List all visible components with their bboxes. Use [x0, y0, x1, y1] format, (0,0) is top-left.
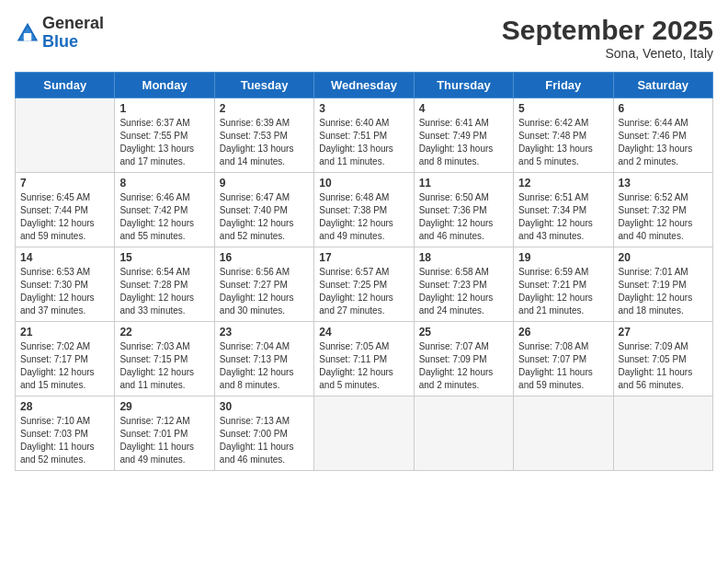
calendar-cell-w3-d6: 27Sunrise: 7:09 AMSunset: 7:05 PMDayligh…	[613, 322, 712, 396]
day-number: 17	[319, 251, 408, 264]
calendar-cell-w0-d5: 5Sunrise: 6:42 AMSunset: 7:48 PMDaylight…	[514, 98, 613, 173]
day-number: 10	[319, 177, 408, 190]
day-number: 15	[119, 251, 209, 264]
calendar-cell-w4-d3	[314, 396, 414, 471]
calendar-cell-w4-d0: 28Sunrise: 7:10 AMSunset: 7:03 PMDayligh…	[16, 396, 115, 471]
calendar-cell-w0-d1: 1Sunrise: 6:37 AMSunset: 7:55 PMDaylight…	[115, 98, 214, 173]
day-info: Sunrise: 7:03 AMSunset: 7:15 PMDaylight:…	[119, 340, 209, 392]
day-number: 11	[419, 177, 508, 190]
day-info: Sunrise: 6:50 AMSunset: 7:36 PMDaylight:…	[419, 191, 508, 243]
day-info: Sunrise: 7:09 AMSunset: 7:05 PMDaylight:…	[619, 340, 708, 392]
day-number: 3	[319, 102, 408, 115]
day-info: Sunrise: 6:52 AMSunset: 7:32 PMDaylight:…	[619, 191, 708, 243]
day-number: 30	[220, 400, 309, 413]
day-number: 26	[518, 326, 608, 339]
day-info: Sunrise: 6:58 AMSunset: 7:23 PMDaylight:…	[419, 266, 508, 317]
day-number: 2	[220, 102, 309, 115]
calendar-cell-w0-d3: 3Sunrise: 6:40 AMSunset: 7:51 PMDaylight…	[314, 98, 414, 173]
day-number: 9	[220, 177, 309, 190]
logo-text: General Blue	[42, 15, 104, 52]
svg-rect-2	[24, 33, 31, 40]
day-info: Sunrise: 6:57 AMSunset: 7:25 PMDaylight:…	[319, 266, 408, 317]
calendar-cell-w0-d2: 2Sunrise: 6:39 AMSunset: 7:53 PMDaylight…	[214, 98, 313, 173]
day-info: Sunrise: 6:42 AMSunset: 7:48 PMDaylight:…	[518, 117, 608, 168]
day-info: Sunrise: 7:08 AMSunset: 7:07 PMDaylight:…	[518, 340, 608, 392]
day-number: 4	[419, 102, 508, 115]
calendar-cell-w3-d4: 25Sunrise: 7:07 AMSunset: 7:09 PMDayligh…	[414, 322, 513, 396]
calendar-cell-w4-d4	[414, 396, 513, 471]
day-info: Sunrise: 7:13 AMSunset: 7:00 PMDaylight:…	[220, 415, 309, 466]
day-number: 19	[518, 251, 608, 264]
calendar-cell-w2-d4: 18Sunrise: 6:58 AMSunset: 7:23 PMDayligh…	[414, 247, 513, 322]
calendar-cell-w2-d6: 20Sunrise: 7:01 AMSunset: 7:19 PMDayligh…	[613, 247, 712, 322]
calendar-cell-w3-d3: 24Sunrise: 7:05 AMSunset: 7:11 PMDayligh…	[314, 322, 414, 396]
col-saturday: Saturday	[613, 73, 712, 98]
day-number: 27	[619, 326, 708, 339]
day-number: 22	[119, 326, 209, 339]
calendar-cell-w3-d5: 26Sunrise: 7:08 AMSunset: 7:07 PMDayligh…	[514, 322, 613, 396]
day-info: Sunrise: 7:04 AMSunset: 7:13 PMDaylight:…	[220, 340, 309, 392]
location: Sona, Veneto, Italy	[502, 46, 713, 61]
month-title: September 2025	[502, 15, 713, 46]
calendar-cell-w2-d2: 16Sunrise: 6:56 AMSunset: 7:27 PMDayligh…	[214, 247, 313, 322]
calendar-cell-w0-d0	[16, 98, 115, 173]
calendar-cell-w2-d1: 15Sunrise: 6:54 AMSunset: 7:28 PMDayligh…	[115, 247, 214, 322]
day-number: 13	[619, 177, 708, 190]
calendar-cell-w0-d4: 4Sunrise: 6:41 AMSunset: 7:49 PMDaylight…	[414, 98, 513, 173]
page-container: General Blue September 2025 Sona, Veneto…	[0, 0, 728, 478]
day-number: 24	[319, 326, 408, 339]
day-number: 23	[220, 326, 309, 339]
day-info: Sunrise: 7:01 AMSunset: 7:19 PMDaylight:…	[619, 266, 708, 317]
week-row-4: 28Sunrise: 7:10 AMSunset: 7:03 PMDayligh…	[16, 396, 713, 471]
day-info: Sunrise: 6:54 AMSunset: 7:28 PMDaylight:…	[119, 266, 209, 317]
logo-blue-text: Blue	[42, 33, 104, 52]
week-row-3: 21Sunrise: 7:02 AMSunset: 7:17 PMDayligh…	[16, 322, 713, 396]
calendar-cell-w1-d3: 10Sunrise: 6:48 AMSunset: 7:38 PMDayligh…	[314, 173, 414, 247]
day-number: 5	[518, 102, 608, 115]
calendar-cell-w4-d2: 30Sunrise: 7:13 AMSunset: 7:00 PMDayligh…	[214, 396, 313, 471]
day-info: Sunrise: 6:39 AMSunset: 7:53 PMDaylight:…	[220, 117, 309, 168]
day-info: Sunrise: 6:40 AMSunset: 7:51 PMDaylight:…	[319, 117, 408, 168]
day-number: 29	[119, 400, 209, 413]
logo: General Blue	[15, 15, 104, 52]
calendar-cell-w3-d1: 22Sunrise: 7:03 AMSunset: 7:15 PMDayligh…	[115, 322, 214, 396]
week-row-2: 14Sunrise: 6:53 AMSunset: 7:30 PMDayligh…	[16, 247, 713, 322]
calendar-cell-w1-d5: 12Sunrise: 6:51 AMSunset: 7:34 PMDayligh…	[514, 173, 613, 247]
calendar-table: Sunday Monday Tuesday Wednesday Thursday…	[15, 72, 713, 471]
col-thursday: Thursday	[414, 73, 513, 98]
day-info: Sunrise: 6:41 AMSunset: 7:49 PMDaylight:…	[419, 117, 508, 168]
day-number: 7	[20, 177, 109, 190]
day-number: 25	[419, 326, 508, 339]
day-info: Sunrise: 7:02 AMSunset: 7:17 PMDaylight:…	[20, 340, 109, 392]
day-info: Sunrise: 6:51 AMSunset: 7:34 PMDaylight:…	[518, 191, 608, 243]
day-number: 6	[619, 102, 708, 115]
calendar-cell-w1-d6: 13Sunrise: 6:52 AMSunset: 7:32 PMDayligh…	[613, 173, 712, 247]
calendar-cell-w2-d5: 19Sunrise: 6:59 AMSunset: 7:21 PMDayligh…	[514, 247, 613, 322]
day-info: Sunrise: 6:48 AMSunset: 7:38 PMDaylight:…	[319, 191, 408, 243]
day-number: 8	[119, 177, 209, 190]
title-block: September 2025 Sona, Veneto, Italy	[502, 15, 713, 61]
day-info: Sunrise: 6:56 AMSunset: 7:27 PMDaylight:…	[220, 266, 309, 317]
calendar-cell-w4-d5	[514, 396, 613, 471]
calendar-cell-w4-d1: 29Sunrise: 7:12 AMSunset: 7:01 PMDayligh…	[115, 396, 214, 471]
col-friday: Friday	[514, 73, 613, 98]
col-wednesday: Wednesday	[314, 73, 414, 98]
calendar-cell-w4-d6	[613, 396, 712, 471]
day-info: Sunrise: 7:07 AMSunset: 7:09 PMDaylight:…	[419, 340, 508, 392]
day-info: Sunrise: 6:45 AMSunset: 7:44 PMDaylight:…	[20, 191, 109, 243]
day-info: Sunrise: 7:12 AMSunset: 7:01 PMDaylight:…	[119, 415, 209, 466]
day-number: 1	[119, 102, 209, 115]
calendar-cell-w1-d4: 11Sunrise: 6:50 AMSunset: 7:36 PMDayligh…	[414, 173, 513, 247]
day-number: 18	[419, 251, 508, 264]
day-number: 12	[518, 177, 608, 190]
day-number: 20	[619, 251, 708, 264]
day-number: 21	[20, 326, 109, 339]
day-info: Sunrise: 6:46 AMSunset: 7:42 PMDaylight:…	[119, 191, 209, 243]
calendar-header-row: Sunday Monday Tuesday Wednesday Thursday…	[16, 73, 713, 98]
calendar-cell-w0-d6: 6Sunrise: 6:44 AMSunset: 7:46 PMDaylight…	[613, 98, 712, 173]
day-info: Sunrise: 6:44 AMSunset: 7:46 PMDaylight:…	[619, 117, 708, 168]
calendar-cell-w2-d3: 17Sunrise: 6:57 AMSunset: 7:25 PMDayligh…	[314, 247, 414, 322]
logo-icon	[15, 20, 40, 46]
day-number: 16	[220, 251, 309, 264]
day-info: Sunrise: 7:10 AMSunset: 7:03 PMDaylight:…	[20, 415, 109, 466]
